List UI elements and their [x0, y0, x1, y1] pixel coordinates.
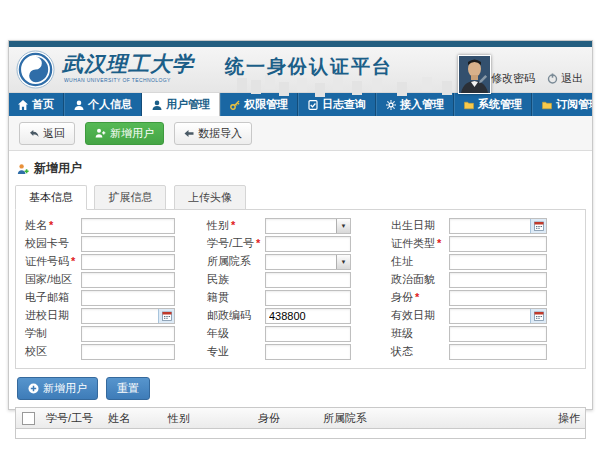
email-label: 电子邮箱 — [25, 290, 81, 305]
calendar-icon[interactable] — [530, 219, 546, 233]
class-input[interactable] — [449, 326, 547, 342]
form-row: 校区 专业 状态 — [16, 343, 585, 360]
form-row: 证件号码* 所属院系 ▼ 住址 — [16, 253, 585, 270]
name-label: 姓名* — [25, 218, 81, 233]
user-icon — [74, 100, 84, 110]
id-type-label: 证件类型* — [391, 236, 449, 251]
grade-input[interactable] — [265, 326, 351, 342]
nav-item-profile[interactable]: 个人信息 — [64, 93, 142, 116]
nav-item-logs[interactable]: 日志查询 — [298, 93, 376, 116]
required-marker: * — [49, 219, 53, 231]
section-title: 新增用户 — [34, 160, 82, 177]
form-actions: 新增用户 重置 — [17, 377, 584, 400]
column-identity: 身份 — [254, 411, 319, 426]
native-place-input[interactable] — [265, 290, 351, 306]
campus-card-input[interactable] — [81, 236, 175, 252]
tab-upload-photo[interactable]: 上传头像 — [174, 185, 246, 210]
column-name: 姓名 — [104, 411, 164, 426]
nav-item-subscription[interactable]: 订阅管理 — [532, 93, 592, 116]
change-password-link[interactable]: 修改密码 — [478, 71, 535, 86]
nav-item-permissions[interactable]: 权限管理 — [220, 93, 298, 116]
back-button[interactable]: 返回 — [19, 122, 75, 145]
country-label: 国家/地区 — [25, 272, 81, 287]
campus-card-label: 校园卡号 — [25, 236, 81, 251]
department-label: 所属院系 — [207, 254, 265, 269]
chevron-down-icon[interactable]: ▼ — [336, 255, 350, 269]
country-input[interactable] — [81, 272, 175, 288]
add-user-icon — [95, 128, 106, 138]
tab-extended-info[interactable]: 扩展信息 — [94, 185, 166, 210]
required-marker: * — [231, 219, 235, 231]
table-body-empty — [16, 429, 585, 438]
political-status-input[interactable] — [449, 272, 547, 288]
student-id-label: 学号/工号* — [207, 236, 265, 251]
native-place-label: 籍贯 — [207, 290, 265, 305]
id-number-input[interactable] — [81, 254, 175, 270]
user-icon — [152, 100, 162, 110]
data-import-button[interactable]: 数据导入 — [174, 122, 252, 145]
tab-strip: 基本信息 扩展信息 上传头像 — [15, 185, 586, 210]
valid-date-label: 有效日期 — [391, 308, 449, 323]
select-all-checkbox[interactable] — [22, 412, 35, 425]
student-id-input[interactable] — [265, 236, 351, 252]
status-input[interactable] — [449, 344, 547, 360]
political-status-label: 政治面貌 — [391, 272, 449, 287]
nav-item-system[interactable]: 系统管理 — [454, 93, 532, 116]
ethnicity-label: 民族 — [207, 272, 265, 287]
table-header: 学号/工号 姓名 性别 身份 所属院系 操作 — [16, 408, 585, 429]
class-label: 班级 — [391, 326, 449, 341]
back-arrow-icon — [29, 129, 39, 138]
required-marker: * — [256, 237, 260, 249]
campus-input[interactable] — [81, 344, 175, 360]
nav-item-home[interactable]: 首页 — [9, 93, 64, 116]
left-arrow-icon — [184, 129, 194, 138]
address-label: 住址 — [391, 254, 449, 269]
calendar-icon[interactable] — [530, 309, 546, 323]
calendar-icon[interactable] — [158, 309, 174, 323]
folder-icon — [464, 100, 474, 110]
form-row: 校园卡号 学号/工号* 证件类型* — [16, 235, 585, 252]
toolbar: 返回 新增用户 数据导入 — [9, 116, 592, 151]
screen: 武汉理工大学 WUHAN UNIVERSITY OF TECHNOLOGY 统一… — [0, 0, 600, 450]
required-marker: * — [437, 237, 441, 249]
form-row: 电子邮箱 籍贯 身份* — [16, 289, 585, 306]
name-input[interactable] — [81, 218, 175, 234]
main-nav: 首页 个人信息 用户管理 权限管理 日志查询 接入管理 — [9, 93, 592, 116]
address-input[interactable] — [449, 254, 547, 270]
enroll-date-label: 进校日期 — [25, 308, 81, 323]
plus-circle-icon — [28, 383, 39, 394]
logout-link[interactable]: 退出 — [547, 71, 583, 86]
ethnicity-input[interactable] — [265, 272, 351, 288]
tab-basic-info[interactable]: 基本信息 — [15, 185, 87, 210]
birth-date-label: 出生日期 — [391, 218, 449, 233]
home-icon — [18, 100, 28, 110]
nav-item-access[interactable]: 接入管理 — [376, 93, 454, 116]
gender-select[interactable]: ▼ — [265, 218, 351, 234]
major-input[interactable] — [265, 344, 351, 360]
add-user-button[interactable]: 新增用户 — [85, 122, 164, 145]
folder-icon — [542, 100, 552, 110]
nav-item-user-management[interactable]: 用户管理 — [142, 93, 220, 116]
form-row: 国家/地区 民族 政治面貌 — [16, 271, 585, 288]
schooling-years-input[interactable] — [81, 326, 175, 342]
email-input[interactable] — [81, 290, 175, 306]
id-type-input[interactable] — [449, 236, 547, 252]
department-select[interactable]: ▼ — [265, 254, 351, 270]
app-window: 武汉理工大学 WUHAN UNIVERSITY OF TECHNOLOGY 统一… — [8, 40, 593, 410]
id-number-label: 证件号码* — [25, 254, 81, 269]
submit-add-user-button[interactable]: 新增用户 — [17, 377, 98, 400]
gear-icon — [386, 100, 396, 110]
identity-input[interactable] — [449, 290, 547, 306]
reset-button[interactable]: 重置 — [106, 377, 150, 400]
column-student-id: 学号/工号 — [42, 411, 104, 426]
user-table: 学号/工号 姓名 性别 身份 所属院系 操作 — [15, 407, 586, 439]
postal-code-input[interactable] — [265, 308, 351, 324]
header: 武汉理工大学 WUHAN UNIVERSITY OF TECHNOLOGY 统一… — [9, 47, 592, 93]
chevron-down-icon[interactable]: ▼ — [336, 219, 350, 233]
power-icon — [547, 73, 558, 84]
university-name: 武汉理工大学 — [62, 50, 194, 78]
building-watermark — [237, 78, 247, 92]
schooling-label: 学制 — [25, 326, 81, 341]
required-marker: * — [71, 255, 75, 267]
header-links: 修改密码 退出 — [478, 71, 583, 86]
